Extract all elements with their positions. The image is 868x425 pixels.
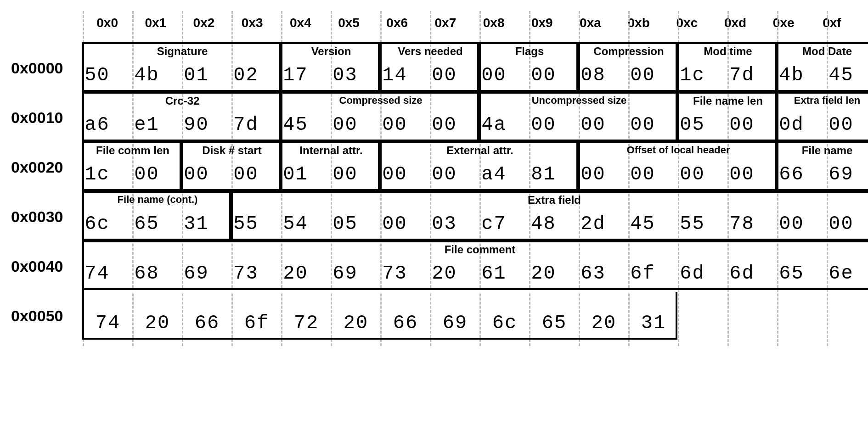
byte-cell: 4b bbox=[767, 43, 816, 93]
byte-cell: 65 bbox=[767, 241, 816, 291]
byte-cell: 90 bbox=[171, 93, 221, 142]
byte-cell: 1c bbox=[72, 142, 122, 192]
col-header: 0x9 bbox=[518, 11, 566, 43]
byte-cell: a4 bbox=[469, 142, 519, 192]
byte-cell: 66 bbox=[182, 291, 232, 341]
row-offset: 0x0050 bbox=[11, 291, 83, 341]
byte-cell: 00 bbox=[816, 93, 866, 142]
byte-cell: 6e bbox=[816, 241, 866, 291]
row-offset: 0x0030 bbox=[11, 192, 72, 241]
byte-row: 74686973206973206120636f6d6d656e bbox=[72, 241, 866, 291]
byte-cell: 05 bbox=[320, 192, 370, 241]
byte-cell: 08 bbox=[568, 43, 618, 93]
byte-cell: 48 bbox=[519, 192, 568, 241]
byte-cell: a6 bbox=[72, 93, 122, 142]
byte-cell: 54 bbox=[271, 192, 320, 241]
byte-cell: 00 bbox=[370, 192, 419, 241]
hex-row: 0x00306c65315554050003c7482d4555780000 bbox=[11, 192, 856, 241]
byte-cell: 05 bbox=[667, 93, 717, 142]
byte-row: 1c00000001000000a481000000006669 bbox=[72, 142, 866, 192]
byte-cell: 00 bbox=[171, 142, 221, 192]
col-header: 0x7 bbox=[421, 11, 469, 43]
byte-cell: 2d bbox=[568, 192, 618, 241]
col-header: 0xa bbox=[566, 11, 614, 43]
byte-cell: 00 bbox=[618, 93, 667, 142]
byte-cell: 78 bbox=[717, 192, 767, 241]
byte-cell: 20 bbox=[331, 291, 381, 341]
col-header: 0xe bbox=[760, 11, 808, 43]
byte-cell: 69 bbox=[320, 241, 370, 291]
byte-cell: 6f bbox=[618, 241, 667, 291]
byte-cell: 20 bbox=[271, 241, 320, 291]
row-offset: 0x0020 bbox=[11, 142, 72, 192]
col-header: 0x4 bbox=[276, 11, 325, 43]
byte-cell: 31 bbox=[629, 291, 678, 341]
byte-cell: e1 bbox=[122, 93, 171, 142]
byte-cell: 69 bbox=[816, 142, 866, 192]
byte-cell: 03 bbox=[419, 192, 469, 241]
col-header: 0xf bbox=[808, 11, 856, 43]
byte-cell: 55 bbox=[221, 192, 271, 241]
byte-cell: 20 bbox=[419, 241, 469, 291]
byte-cell: 14 bbox=[370, 43, 419, 93]
byte-cell: 00 bbox=[320, 93, 370, 142]
hex-row: 0x004074686973206973206120636f6d6d656e bbox=[11, 241, 856, 291]
col-header: 0xb bbox=[614, 11, 663, 43]
byte-cell: 6c bbox=[480, 291, 530, 341]
byte-cell: 17 bbox=[271, 43, 320, 93]
byte-cell: 45 bbox=[271, 93, 320, 142]
col-header: 0xc bbox=[663, 11, 711, 43]
byte-cell: 61 bbox=[469, 241, 519, 291]
col-header: 0x6 bbox=[373, 11, 421, 43]
byte-cell: 00 bbox=[370, 142, 419, 192]
byte-cell: 01 bbox=[271, 142, 320, 192]
byte-cell: 0d bbox=[767, 93, 816, 142]
row-offset: 0x0010 bbox=[11, 93, 72, 142]
byte-row: 7420666f722066696c652031 bbox=[83, 291, 678, 341]
byte-cell: 66 bbox=[767, 142, 816, 192]
row-offset: 0x0040 bbox=[11, 241, 72, 291]
byte-cell: 63 bbox=[568, 241, 618, 291]
byte-cell: 20 bbox=[133, 291, 182, 341]
byte-cell: 00 bbox=[419, 142, 469, 192]
byte-cell: 00 bbox=[519, 93, 568, 142]
byte-cell: 00 bbox=[717, 93, 767, 142]
byte-cell: 6d bbox=[717, 241, 767, 291]
byte-cell: 31 bbox=[171, 192, 221, 241]
byte-cell: 81 bbox=[519, 142, 568, 192]
col-header: 0x1 bbox=[131, 11, 180, 43]
byte-cell: 00 bbox=[419, 43, 469, 93]
byte-cell: 01 bbox=[171, 43, 221, 93]
byte-cell: 73 bbox=[370, 241, 419, 291]
byte-cell: 45 bbox=[816, 43, 866, 93]
byte-cell: 20 bbox=[579, 291, 629, 341]
byte-cell: 00 bbox=[221, 142, 271, 192]
byte-cell: 74 bbox=[72, 241, 122, 291]
byte-cell: 1c bbox=[667, 43, 717, 93]
hex-row: 0x0010a6e1907d450000004a00000005000d00 bbox=[11, 93, 856, 142]
byte-cell: 00 bbox=[767, 192, 816, 241]
byte-cell: 00 bbox=[122, 142, 171, 192]
col-header: 0x5 bbox=[325, 11, 373, 43]
byte-cell: 55 bbox=[667, 192, 717, 241]
col-header: 0x2 bbox=[180, 11, 228, 43]
byte-cell: 00 bbox=[519, 43, 568, 93]
byte-cell: 7d bbox=[221, 93, 271, 142]
col-header: 0x8 bbox=[470, 11, 518, 43]
byte-cell: 66 bbox=[381, 291, 430, 341]
byte-cell: 68 bbox=[122, 241, 171, 291]
col-header: 0x3 bbox=[228, 11, 276, 43]
byte-cell: 00 bbox=[320, 142, 370, 192]
byte-cell: 73 bbox=[221, 241, 271, 291]
byte-cell: 00 bbox=[469, 43, 519, 93]
hex-row: 0x00507420666f722066696c652031 bbox=[11, 291, 856, 341]
byte-cell: 00 bbox=[568, 93, 618, 142]
byte-cell: 7d bbox=[717, 43, 767, 93]
byte-cell: 45 bbox=[618, 192, 667, 241]
byte-row: a6e1907d450000004a00000005000d00 bbox=[72, 93, 866, 142]
byte-cell: 6d bbox=[667, 241, 717, 291]
hex-row: 0x0000504b010217031400000008001c7d4b45 bbox=[11, 43, 856, 93]
column-headers: 0x00x10x20x30x40x50x60x70x80x90xa0xb0xc0… bbox=[83, 11, 856, 43]
row-offset: 0x0000 bbox=[11, 43, 72, 93]
byte-row: 6c65315554050003c7482d4555780000 bbox=[72, 192, 866, 241]
